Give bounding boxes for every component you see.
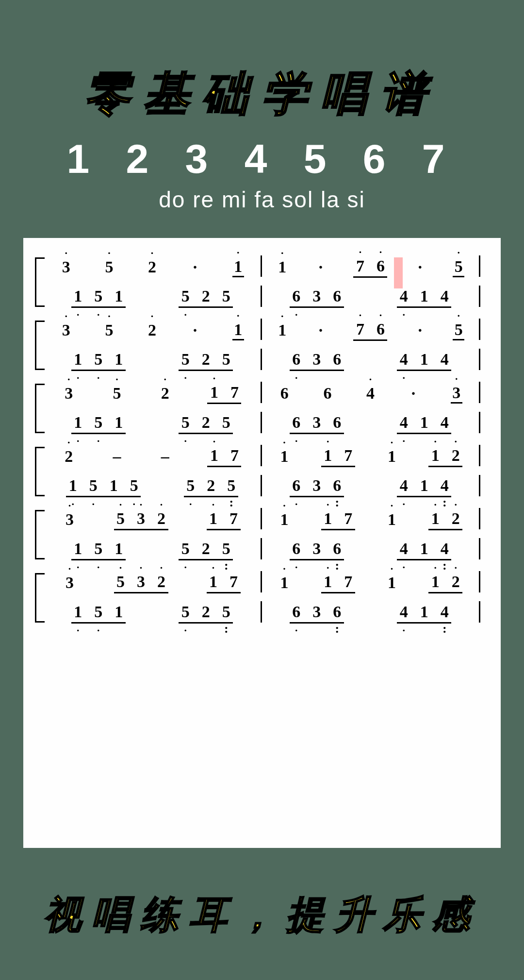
brace	[35, 573, 45, 623]
system: 353217117112151525636414	[48, 571, 484, 625]
staff-upper: 352·11·76·5	[48, 255, 484, 279]
brace	[35, 510, 45, 559]
beam-group: 532	[114, 573, 168, 593]
measure: 117112	[266, 509, 475, 530]
note: 1	[418, 287, 430, 305]
note: 1	[418, 350, 430, 369]
barline	[261, 319, 262, 340]
barline	[261, 601, 262, 623]
barline	[479, 475, 480, 496]
note: 5	[111, 384, 123, 403]
beam-group: 151	[71, 603, 126, 624]
staff-lower: 1515525636414	[48, 475, 484, 498]
solfege-syllables: do re mi fa sol la si	[23, 186, 501, 213]
note: 3	[63, 384, 75, 403]
barline	[479, 601, 480, 623]
measure: 151525	[48, 350, 257, 371]
note: 4	[439, 413, 450, 432]
staff-lower: 151525636414	[48, 349, 484, 372]
solfege-numbers: 1 2 3 4 5 6 7	[23, 135, 501, 183]
note: 5	[103, 258, 115, 276]
beam-group: 525	[179, 287, 233, 308]
note: 3	[135, 509, 147, 528]
note: 3	[311, 476, 323, 495]
beam-group: 636	[290, 540, 344, 560]
note: 1	[113, 287, 125, 305]
beam-group: 525	[179, 603, 233, 624]
note: –	[159, 447, 171, 466]
barline	[261, 475, 262, 496]
note: 1	[208, 509, 219, 528]
note: 7	[229, 383, 240, 402]
note: 5	[180, 350, 191, 369]
note: 1	[386, 510, 397, 529]
measure: 151525	[48, 413, 257, 434]
note: 1	[429, 446, 441, 465]
beam-group: 414	[397, 350, 451, 371]
beam-group: 636	[290, 476, 344, 497]
barline	[261, 508, 262, 529]
note: ·	[414, 258, 426, 276]
note: 4	[439, 603, 450, 621]
note: 1	[418, 540, 430, 558]
note: 5	[103, 321, 115, 339]
note: 4	[364, 384, 376, 403]
note: 2	[200, 540, 212, 558]
note: 1	[418, 476, 430, 495]
note: 1	[277, 258, 288, 276]
measure: 353217	[48, 509, 257, 530]
note: 6	[291, 287, 302, 305]
beam-group: 17	[321, 509, 355, 530]
note: 7	[343, 509, 354, 528]
note: ·	[408, 384, 419, 403]
note: 4	[439, 287, 450, 305]
note: 2	[146, 258, 158, 276]
note: 2	[159, 384, 171, 403]
note: 3	[60, 258, 72, 276]
measure: 636414	[266, 287, 475, 308]
barline	[261, 445, 262, 466]
measure: 352·1	[48, 257, 257, 277]
barline	[261, 412, 262, 433]
measure: 35217	[48, 383, 257, 404]
note: 1	[208, 383, 220, 402]
measure: 117112	[266, 446, 475, 467]
note: 1	[67, 476, 79, 495]
staff-upper: 353217117112	[48, 571, 484, 594]
beam-group: 414	[397, 540, 451, 560]
beam-group: 17	[321, 573, 355, 593]
note: 5	[180, 413, 191, 432]
note: 1	[72, 413, 84, 432]
note: 5	[115, 509, 127, 528]
note: 4	[439, 476, 450, 495]
note: 2	[205, 476, 217, 495]
barline	[261, 255, 262, 277]
header: 零基础学唱谱 1 2 3 4 5 6 7 do re mi fa sol la …	[23, 63, 501, 213]
barline	[261, 286, 262, 307]
note: 7	[354, 320, 366, 338]
note: 1	[278, 510, 290, 529]
note: 5	[220, 540, 232, 558]
note: 5	[93, 287, 104, 305]
note: 1	[418, 603, 430, 621]
note: 6	[278, 384, 290, 403]
note: 6	[291, 603, 302, 621]
note: ·	[315, 321, 327, 339]
measure: 1·76·5	[266, 320, 475, 341]
note: 5	[93, 350, 104, 369]
note: 4	[398, 413, 409, 432]
note: 6	[291, 350, 302, 369]
brace	[35, 384, 45, 433]
note: 5	[220, 413, 232, 432]
beam-group: 151	[71, 287, 126, 308]
beam-group: 76	[353, 257, 387, 278]
measure: 1515525	[48, 476, 257, 497]
beam-group: 12	[428, 446, 462, 467]
measure: 2––17	[48, 446, 257, 467]
measure: 151525	[48, 287, 257, 308]
note: 2	[146, 321, 158, 339]
beam-group: 525	[179, 413, 233, 434]
note: 7	[228, 573, 240, 591]
note: 6	[291, 540, 302, 558]
note: 3	[311, 350, 323, 369]
